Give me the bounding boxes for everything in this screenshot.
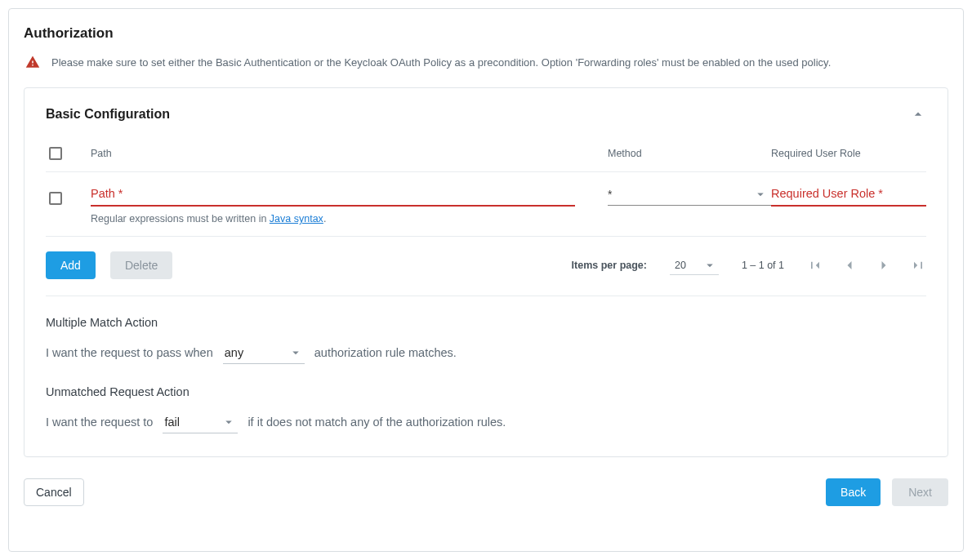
- rule-row: Path * Regular expressions must be writt…: [46, 172, 926, 237]
- basic-configuration-card: Basic Configuration Path Method Required…: [24, 87, 948, 457]
- rules-table-header: Path Method Required User Role: [46, 147, 926, 172]
- card-title: Basic Configuration: [46, 107, 170, 122]
- mm-prefix: I want the request to pass when: [46, 346, 213, 359]
- paginator: Items per page: 20 1 – 1 of 1: [572, 256, 926, 275]
- chevron-down-icon: [702, 258, 717, 273]
- um-prefix: I want the request to: [46, 416, 153, 429]
- row-checkbox[interactable]: [49, 192, 62, 205]
- last-page-icon[interactable]: [910, 257, 926, 273]
- authorization-panel: Authorization Please make sure to set ei…: [8, 8, 964, 552]
- unmatched-section: Unmatched Request Action I want the requ…: [46, 385, 926, 433]
- path-label: Path *: [91, 187, 123, 200]
- next-button: Next: [892, 478, 948, 506]
- precondition-alert: Please make sure to set either the Basic…: [24, 55, 948, 69]
- unmatched-title: Unmatched Request Action: [46, 385, 926, 398]
- chevron-down-icon: [221, 415, 236, 429]
- back-button[interactable]: Back: [826, 478, 881, 506]
- collapse-icon[interactable]: [910, 106, 926, 122]
- multiple-match-section: Multiple Match Action I want the request…: [46, 296, 926, 364]
- java-syntax-link[interactable]: Java syntax: [270, 213, 323, 224]
- multiple-match-title: Multiple Match Action: [46, 316, 926, 329]
- items-per-page-label: Items per page:: [572, 260, 647, 271]
- warning-icon: [25, 55, 40, 69]
- add-button[interactable]: Add: [46, 251, 96, 279]
- multiple-match-select[interactable]: any: [223, 345, 305, 364]
- delete-button: Delete: [110, 251, 172, 279]
- chevron-down-icon: [288, 345, 303, 360]
- cancel-button[interactable]: Cancel: [24, 478, 84, 506]
- path-input[interactable]: Path *: [91, 187, 575, 207]
- page-title: Authorization: [24, 25, 948, 42]
- method-value: *: [608, 188, 612, 201]
- role-label: Required User Role *: [771, 187, 883, 200]
- um-suffix: if it does not match any of the authoriz…: [247, 416, 506, 429]
- column-path: Path: [91, 148, 608, 159]
- unmatched-select[interactable]: fail: [163, 415, 238, 433]
- page-size-select[interactable]: 20: [670, 256, 719, 275]
- column-role: Required User Role: [771, 148, 926, 159]
- next-page-icon[interactable]: [876, 257, 892, 273]
- method-select[interactable]: *: [608, 187, 771, 206]
- wizard-footer: Cancel Back Next: [24, 478, 948, 506]
- path-helper: Regular expressions must be written in J…: [91, 213, 575, 224]
- first-page-icon[interactable]: [807, 257, 823, 273]
- chevron-down-icon: [753, 187, 768, 202]
- select-all-checkbox[interactable]: [49, 147, 62, 160]
- column-method: Method: [608, 148, 771, 159]
- prev-page-icon[interactable]: [841, 257, 858, 273]
- mm-suffix: authorization rule matches.: [314, 346, 457, 359]
- alert-text: Please make sure to set either the Basic…: [51, 56, 831, 69]
- page-range: 1 – 1 of 1: [742, 260, 784, 271]
- role-input[interactable]: Required User Role *: [771, 187, 926, 207]
